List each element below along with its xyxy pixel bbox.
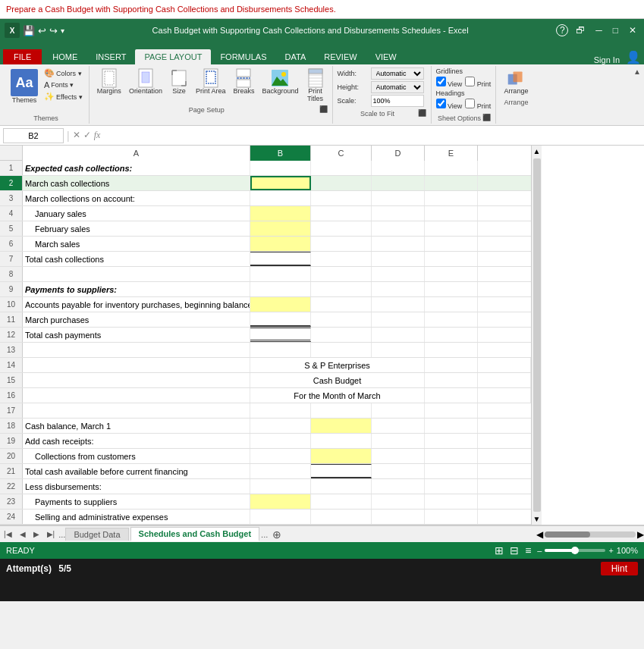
cell-21b[interactable] <box>250 464 311 478</box>
cell-19c[interactable] <box>311 434 372 448</box>
margins-button[interactable]: Margins <box>94 67 124 97</box>
scroll-up-btn[interactable]: ▲ <box>532 146 542 157</box>
cell-9e[interactable] <box>425 282 478 296</box>
zoom-in-icon[interactable]: + <box>608 546 613 555</box>
headings-view-checkbox[interactable] <box>436 99 446 108</box>
cell-3c[interactable] <box>311 191 372 205</box>
size-button[interactable]: Size <box>167 67 191 97</box>
cell-10d[interactable] <box>372 297 425 312</box>
cell-13e[interactable] <box>425 343 478 357</box>
scroll-left-icon[interactable]: ◀ <box>536 529 543 540</box>
add-sheet-button[interactable]: ⊕ <box>268 527 286 542</box>
cell-13a[interactable] <box>23 343 250 357</box>
tab-formulas[interactable]: FORMULAS <box>211 49 275 64</box>
tab-home[interactable]: HOME <box>43 49 86 64</box>
cell-17a[interactable] <box>23 403 250 418</box>
cell-1c[interactable] <box>311 161 372 175</box>
cell-2b[interactable] <box>250 176 311 190</box>
cell-3b[interactable] <box>250 191 311 205</box>
cell-24c[interactable] <box>311 509 372 524</box>
cell-16e[interactable] <box>478 388 531 403</box>
cell-11a[interactable]: March purchases <box>23 312 250 327</box>
cell-8e[interactable] <box>425 267 478 281</box>
headings-print-label[interactable]: Print <box>465 99 491 110</box>
cell-1b[interactable] <box>250 161 311 175</box>
help-icon[interactable]: ? <box>556 24 568 36</box>
sheet-nav-first[interactable]: |◀ <box>0 528 16 540</box>
cell-1d[interactable] <box>372 161 425 175</box>
cell-11c[interactable] <box>311 312 372 327</box>
headings-print-checkbox[interactable] <box>465 99 475 108</box>
cell-11b[interactable] <box>250 312 311 327</box>
cell-5e[interactable] <box>425 221 478 236</box>
cell-21a[interactable]: Total cash available before current fina… <box>23 464 250 478</box>
cell-2d[interactable] <box>372 176 425 190</box>
page-setup-expand-icon[interactable]: ⬛ <box>319 105 328 113</box>
cell-23a[interactable]: Payments to suppliers <box>23 494 250 509</box>
cell-21e[interactable] <box>425 464 478 478</box>
cell-24d[interactable] <box>372 509 425 524</box>
cell-8a[interactable] <box>23 267 250 281</box>
cell-23c[interactable] <box>311 494 372 509</box>
themes-button[interactable]: Aa Themes <box>8 67 41 106</box>
page-layout-view-icon[interactable]: ⊟ <box>510 544 519 557</box>
cell-1e[interactable] <box>425 161 478 175</box>
cell-1a[interactable]: Expected cash collections: <box>23 161 250 175</box>
cell-7b[interactable] <box>250 252 311 266</box>
cell-15d[interactable] <box>425 373 478 387</box>
cell-21c[interactable] <box>311 464 372 478</box>
cell-14b[interactable]: S & P Enterprises <box>250 358 425 372</box>
cell-6a[interactable]: March sales <box>23 237 250 251</box>
sign-in[interactable]: Sign In <box>594 55 626 64</box>
cell-15b[interactable]: Cash Budget <box>250 373 425 387</box>
cell-14a[interactable] <box>23 358 250 372</box>
tab-budget-data[interactable]: Budget Data <box>65 528 128 541</box>
cell-17d[interactable] <box>372 403 425 418</box>
cell-3a[interactable]: March collections on account: <box>23 191 250 205</box>
cell-20a[interactable]: Collections from customers <box>23 449 250 463</box>
cell-9a[interactable]: Payments to suppliers: <box>23 282 250 296</box>
cell-8d[interactable] <box>372 267 425 281</box>
quick-access-redo[interactable]: ↪ <box>49 25 58 36</box>
print-area-button[interactable]: Print Area <box>193 67 229 97</box>
print-titles-button[interactable]: PrintTitles <box>303 67 328 105</box>
cell-5c[interactable] <box>311 221 372 236</box>
arrange-button[interactable]: Arrange <box>501 67 531 97</box>
cell-18b[interactable] <box>250 419 311 433</box>
cell-9d[interactable] <box>372 282 425 296</box>
cell-13d[interactable] <box>372 343 425 357</box>
insert-function-icon[interactable]: fx <box>94 130 101 141</box>
cell-6b[interactable] <box>250 237 311 251</box>
cell-24b[interactable] <box>250 509 311 524</box>
cell-22a[interactable]: Less disbursements: <box>23 479 250 494</box>
horizontal-scrollbar[interactable] <box>545 531 636 538</box>
cell-21d[interactable] <box>372 464 425 478</box>
cell-5b[interactable] <box>250 221 311 236</box>
effects-button[interactable]: ✨ Effects ▾ <box>42 91 84 102</box>
tab-file[interactable]: FILE <box>3 49 42 64</box>
cell-11e[interactable] <box>425 312 478 327</box>
cell-20d[interactable] <box>372 449 425 463</box>
close-icon[interactable]: ✕ <box>626 25 639 36</box>
restore-down-icon[interactable]: 🗗 <box>573 25 588 36</box>
cell-16d[interactable] <box>425 388 478 403</box>
cell-2c[interactable] <box>311 176 372 190</box>
scale-expand-icon[interactable]: ⬛ <box>418 109 426 117</box>
cell-24e[interactable] <box>425 509 478 524</box>
vertical-scrollbar[interactable]: ▲ ▼ <box>531 146 542 525</box>
cell-22e[interactable] <box>425 479 478 494</box>
cell-6e[interactable] <box>425 237 478 251</box>
headings-view-label[interactable]: View <box>436 99 463 110</box>
cell-20c[interactable] <box>311 449 372 463</box>
cell-3e[interactable] <box>425 191 478 205</box>
cell-19a[interactable]: Add cash receipts: <box>23 434 250 448</box>
tab-insert[interactable]: INSERT <box>86 49 135 64</box>
tab-view[interactable]: VIEW <box>366 49 406 64</box>
cancel-formula-icon[interactable]: ✕ <box>73 130 80 141</box>
cell-12d[interactable] <box>372 328 425 342</box>
cell-9c[interactable] <box>311 282 372 296</box>
cell-13b[interactable] <box>250 343 311 357</box>
cell-12c[interactable] <box>311 328 372 342</box>
cell-4c[interactable] <box>311 206 372 221</box>
cell-16b[interactable]: For the Month of March <box>250 388 425 403</box>
